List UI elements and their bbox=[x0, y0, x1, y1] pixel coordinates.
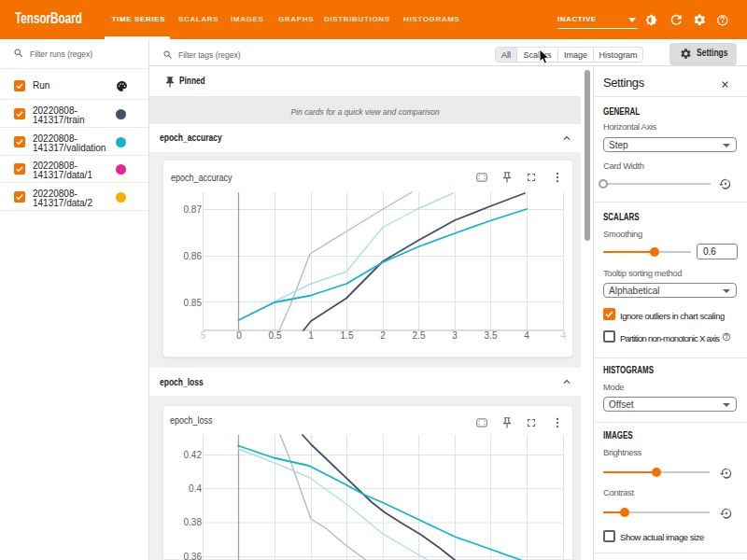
svg-text:0.87: 0.87 bbox=[184, 204, 203, 215]
svg-text:0.42: 0.42 bbox=[184, 450, 203, 460]
svg-text:1.5: 1.5 bbox=[341, 330, 354, 341]
svg-text:0.86: 0.86 bbox=[184, 251, 203, 261]
svg-text:0.38: 0.38 bbox=[184, 517, 203, 527]
svg-text:0.36: 0.36 bbox=[184, 552, 203, 560]
svg-text:0: 0 bbox=[236, 330, 242, 341]
svg-text:4: 4 bbox=[524, 330, 529, 341]
svg-text:5: 5 bbox=[201, 330, 206, 341]
svg-text:0.4: 0.4 bbox=[189, 483, 202, 494]
svg-text:4: 4 bbox=[561, 330, 567, 341]
svg-text:1: 1 bbox=[308, 330, 314, 341]
svg-text:2: 2 bbox=[380, 330, 386, 341]
svg-text:3.5: 3.5 bbox=[485, 330, 498, 341]
svg-text:0.85: 0.85 bbox=[184, 298, 203, 308]
svg-text:2.5: 2.5 bbox=[413, 330, 426, 341]
svg-text:0.5: 0.5 bbox=[269, 330, 282, 341]
svg-text:3: 3 bbox=[452, 330, 458, 341]
